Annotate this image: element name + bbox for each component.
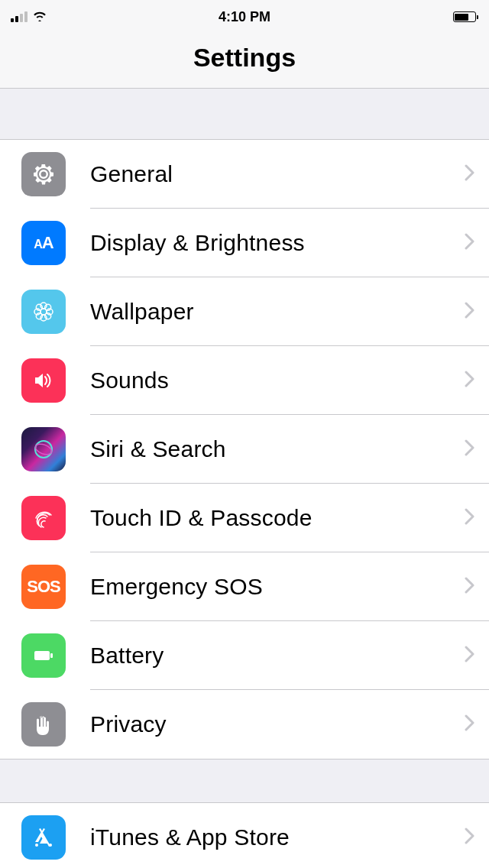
row-label: General [90,161,465,187]
status-bar: 4:10 PM [0,0,489,34]
app-store-icon [21,815,66,860]
row-display-brightness[interactable]: AA Display & Brightness [0,209,489,277]
chevron-right-icon [465,162,475,186]
gear-icon [21,152,66,196]
battery-full-icon [21,633,66,678]
svg-rect-11 [34,651,50,660]
siri-icon [21,427,66,471]
sos-icon: SOS [21,565,66,609]
chevron-right-icon [465,643,475,668]
status-time: 4:10 PM [219,9,270,25]
row-general[interactable]: General [0,140,489,209]
settings-section-1: General AA Display & Brightness Wallpape… [0,139,489,760]
battery-icon [453,11,479,22]
row-touch-id-passcode[interactable]: Touch ID & Passcode [0,484,489,552]
row-siri-search[interactable]: Siri & Search [0,415,489,484]
chevron-right-icon [465,825,475,850]
hand-icon [21,702,66,747]
chevron-right-icon [465,506,475,530]
svg-point-13 [35,844,38,847]
row-label: Touch ID & Passcode [90,505,465,531]
chevron-right-icon [465,437,475,462]
row-label: Siri & Search [90,436,465,462]
wifi-icon [32,10,47,24]
row-battery[interactable]: Battery [0,621,489,690]
settings-section-2: iTunes & App Store [0,802,489,868]
row-label: Privacy [90,711,465,737]
fingerprint-icon [21,496,66,540]
cellular-signal-icon [11,11,28,22]
flower-icon [21,290,66,334]
row-emergency-sos[interactable]: SOS Emergency SOS [0,552,489,621]
row-label: Emergency SOS [90,574,465,600]
chevron-right-icon [465,231,475,255]
row-label: Sounds [90,368,465,394]
row-label: Display & Brightness [90,230,465,256]
row-sounds[interactable]: Sounds [0,346,489,415]
svg-point-9 [35,441,52,458]
chevron-right-icon [465,300,475,324]
chevron-right-icon [465,368,475,393]
page-title: Settings [0,43,489,73]
row-label: Battery [90,643,465,669]
status-left [11,10,47,24]
chevron-right-icon [465,575,475,599]
row-itunes-app-store[interactable]: iTunes & App Store [0,803,489,868]
row-label: iTunes & App Store [90,824,465,850]
svg-rect-12 [50,653,53,658]
header: Settings [0,34,489,89]
section-gap [0,760,489,802]
speaker-icon [21,358,66,403]
row-privacy[interactable]: Privacy [0,690,489,759]
row-wallpaper[interactable]: Wallpaper [0,277,489,346]
chevron-right-icon [465,712,475,737]
text-size-icon: AA [21,221,66,265]
row-label: Wallpaper [90,299,465,325]
section-spacer [0,89,489,139]
svg-point-14 [49,844,52,847]
